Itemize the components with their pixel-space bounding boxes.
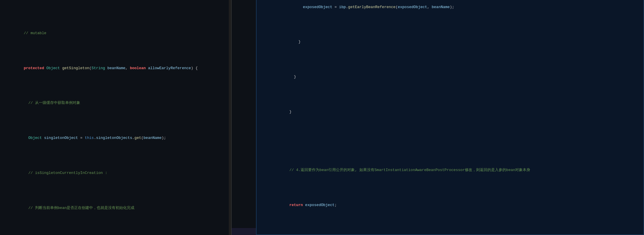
line-2: protected Object getSingleton(String bea… xyxy=(0,59,231,77)
main-container: // mutable protected Object getSingleton… xyxy=(0,0,644,235)
params: ( xyxy=(89,66,92,70)
comma: , xyxy=(125,66,130,70)
line-5: // isSingletonCurrentlyInCreation : xyxy=(0,164,231,182)
p-line-10: exposedObject = ibp.getEarlyBeanReferenc… xyxy=(257,0,643,16)
line-6: // 判断当前单例bean是否正在创建中，也就是没有初始化完成 xyxy=(0,199,231,217)
type-object2: Object xyxy=(28,136,44,140)
p-line-12: } xyxy=(257,68,643,86)
p-line-13: } xyxy=(257,103,643,121)
line-4: Object singletonObject = this.singletonO… xyxy=(0,129,231,147)
p-line-blank xyxy=(257,138,643,144)
brace: ) { xyxy=(191,66,197,70)
comment-get-singleton: // 从一级缓存中获取单例对象 xyxy=(28,101,80,105)
var-allowEarlyRef: allowEarlyReference xyxy=(148,66,191,70)
p-line-11: } xyxy=(257,33,643,51)
popup-panel: protected Object getEarlyBeanReference(S… xyxy=(256,0,644,235)
left-panel: // mutable protected Object getSingleton… xyxy=(0,0,232,235)
type-object: Object xyxy=(46,66,62,70)
var-beanName: beanName xyxy=(107,66,125,70)
method-getSingleton: getSingleton xyxy=(62,66,89,70)
left-code-area: // mutable protected Object getSingleton… xyxy=(0,0,231,235)
kw-boolean: boolean xyxy=(130,66,148,70)
line-3: // 从一级缓存中获取单例对象 xyxy=(0,94,231,112)
left-scrollbar[interactable] xyxy=(229,0,231,235)
type-string: String xyxy=(92,66,107,70)
kw-protected: protected xyxy=(24,66,46,70)
p-line-14: // 4.返回要作为bean引用公开的对象, 如果没有SmartInstanti… xyxy=(257,161,643,179)
line-1: // mutable xyxy=(0,25,231,42)
right-panel: // even when triggered by lifecycle inte… xyxy=(232,0,644,235)
mutable-comment: // mutable xyxy=(24,31,46,35)
p-line-15: return exposedObject; xyxy=(257,197,643,214)
popup-code-area: protected Object getEarlyBeanReference(S… xyxy=(257,0,643,233)
var-singletonObj: singletonObject xyxy=(44,136,78,140)
